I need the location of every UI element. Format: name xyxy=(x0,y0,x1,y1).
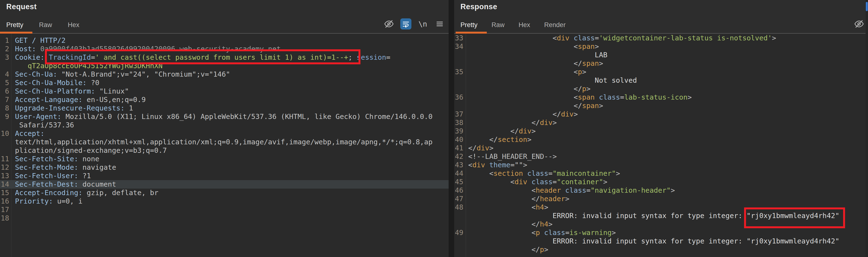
code-line: 43<div theme=""> xyxy=(454,161,868,169)
code-line: 15Accept-Encoding: gzip, deflate, br xyxy=(0,189,448,197)
code-text: Upgrade-Insecure-Requests: 1 xyxy=(0,104,133,112)
code-text: Sec-Ch-Ua: "Not-A.Brand";v="24", "Chromi… xyxy=(0,70,230,79)
code-line: 47 </header> xyxy=(454,195,868,203)
request-editor[interactable]: 1GET / HTTP/22Host: 0a9900f403b1ad558026… xyxy=(0,34,448,257)
line-number: 5 xyxy=(0,79,9,87)
code-line: plication/signed-exchange;v=b3;q=0.7 xyxy=(0,146,448,155)
code-text: <div class="container"> xyxy=(454,178,607,186)
code-text: </span> xyxy=(454,59,603,68)
code-line: 6Sec-Ch-Ua-Platform: "Linux" xyxy=(0,87,448,95)
line-number: 42 xyxy=(454,152,463,161)
code-line: 10Accept: xyxy=(0,130,448,138)
menu-icon[interactable] xyxy=(434,18,445,29)
code-text: ERROR: invalid input syntax for type int… xyxy=(454,237,839,246)
line-number: 44 xyxy=(454,169,463,178)
code-text: <div theme=""> xyxy=(454,161,527,169)
response-viewer[interactable]: 33 <div class='widgetcontainer-lab-statu… xyxy=(454,34,868,257)
code-text: <div class='widgetcontainer-lab-status i… xyxy=(454,34,776,42)
code-line: 13Sec-Fetch-User: ?1 xyxy=(0,172,448,180)
code-text: Priority: u=0, i xyxy=(0,197,82,205)
request-toolbar: \n xyxy=(383,18,445,29)
code-text: </section> xyxy=(454,135,531,144)
code-text: Sec-Ch-Ua-Mobile: ?0 xyxy=(0,79,99,87)
code-line: 39 </div> xyxy=(454,127,868,135)
code-line: 44 <section class="maincontainer"> xyxy=(454,169,868,178)
code-text: Sec-Fetch-Mode: navigate xyxy=(0,163,116,172)
code-text: Accept-Encoding: gzip, deflate, br xyxy=(0,189,158,197)
tab-hex[interactable]: Hex xyxy=(519,21,530,29)
code-line: 45 <div class="container"> xyxy=(454,178,868,186)
line-number: 39 xyxy=(454,127,463,135)
request-panel: Request Pretty Raw Hex \n xyxy=(0,0,448,257)
code-line: 5Sec-Ch-Ua-Mobile: ?0 xyxy=(0,79,448,87)
code-text: </h4> xyxy=(454,220,553,228)
line-number: 43 xyxy=(454,161,463,169)
tab-raw[interactable]: Raw xyxy=(39,21,52,29)
tab-hex[interactable]: Hex xyxy=(68,21,80,29)
code-line: </span> xyxy=(454,102,868,110)
code-text: Sec-Fetch-User: ?1 xyxy=(0,172,91,180)
line-number: 18 xyxy=(0,214,9,222)
code-text: text/html,application/xhtml+xml,applicat… xyxy=(0,138,433,146)
response-panel-title: Response xyxy=(461,2,497,11)
code-line: ERROR: invalid input syntax for type int… xyxy=(454,237,868,246)
line-number: 13 xyxy=(0,172,9,180)
code-line: </h4> xyxy=(454,220,868,228)
code-line: 11Sec-Fetch-Site: none xyxy=(0,155,448,163)
code-line: qT2aUp8ccEoUP4J5I52YWGjRw3DKHhXN xyxy=(0,62,448,70)
code-text: </header> xyxy=(454,195,569,203)
visibility-off-icon[interactable] xyxy=(854,18,865,29)
newline-glyph: \n xyxy=(418,20,427,28)
code-text: <span class=lab-status-icon> xyxy=(454,93,692,102)
line-number: 35 xyxy=(454,68,463,76)
code-line: 3Cookie: TrackingId=' and cast((select p… xyxy=(0,53,448,62)
code-text: LAB xyxy=(454,51,607,59)
line-number: 11 xyxy=(0,155,9,163)
line-number: 4 xyxy=(0,70,9,79)
line-number: 45 xyxy=(454,178,463,186)
newline-icon[interactable]: \n xyxy=(417,18,428,29)
code-text: ERROR: invalid input syntax for type int… xyxy=(454,211,839,220)
code-line: 18 xyxy=(0,214,448,222)
code-text: <h4> xyxy=(454,203,548,211)
code-line: Not solved xyxy=(454,76,868,85)
line-number: 16 xyxy=(0,197,9,205)
line-number: 8 xyxy=(0,104,9,112)
line-number: 2 xyxy=(0,45,9,53)
code-line: 41</div> xyxy=(454,144,868,152)
line-number: 1 xyxy=(0,36,9,45)
visibility-off-icon[interactable] xyxy=(383,18,395,29)
code-line: ERROR: invalid input syntax for type int… xyxy=(454,211,868,220)
code-text: </p> xyxy=(454,85,590,93)
code-line: 16Priority: u=0, i xyxy=(0,197,448,205)
line-number: 3 xyxy=(0,53,9,62)
code-line: 17 xyxy=(0,205,448,214)
code-line: 36 <span class=lab-status-icon> xyxy=(454,93,868,102)
code-text: </div> xyxy=(454,118,557,127)
code-line: text/html,application/xhtml+xml,applicat… xyxy=(0,138,448,146)
code-text: <span> xyxy=(454,42,599,51)
request-tabs: Pretty Raw Hex xyxy=(6,21,95,29)
request-panel-title: Request xyxy=(6,2,37,11)
code-line: 46 <header class="navigation-header"> xyxy=(454,186,868,195)
word-wrap-icon[interactable] xyxy=(400,18,411,29)
scrollbar-thumb[interactable] xyxy=(866,2,868,11)
code-text: Sec-Fetch-Dest: document xyxy=(0,180,116,189)
code-text: Sec-Fetch-Site: none xyxy=(0,155,99,163)
tab-raw[interactable]: Raw xyxy=(492,21,505,29)
line-number: 15 xyxy=(0,189,9,197)
code-text: <section class="maincontainer"> xyxy=(454,169,620,178)
code-text: </p> xyxy=(454,246,548,254)
code-text: GET / HTTP/2 xyxy=(0,36,66,45)
line-number: 40 xyxy=(454,135,463,144)
code-line: 38 </div> xyxy=(454,118,868,127)
tab-pretty[interactable]: Pretty xyxy=(461,21,477,29)
line-number: 48 xyxy=(454,203,463,211)
code-line: 7Accept-Language: en-US,en;q=0.9 xyxy=(0,95,448,104)
tab-pretty[interactable]: Pretty xyxy=(6,21,24,29)
line-number: 37 xyxy=(454,110,463,118)
tab-render[interactable]: Render xyxy=(544,21,566,29)
code-text: <!--LAB_HEADER_END--> xyxy=(454,152,557,161)
response-scrollbar[interactable] xyxy=(866,0,868,257)
line-number: 17 xyxy=(0,205,9,214)
